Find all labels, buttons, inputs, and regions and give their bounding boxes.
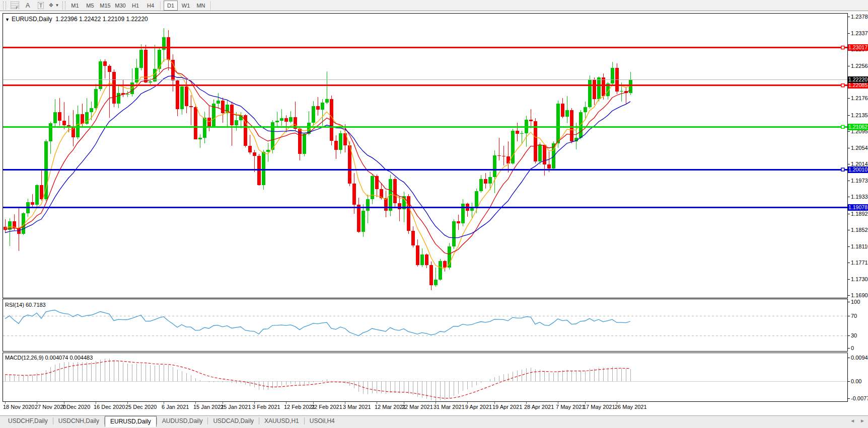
current-price-badge: 1.22220: [848, 76, 868, 83]
date-axis-label: 15 Jan 2021: [193, 404, 224, 410]
hline-price-badge: 1.23017: [848, 44, 868, 51]
price-axis-label: 1.22150: [851, 79, 868, 86]
chart-title-symbol: EURUSD,Daily: [12, 16, 52, 23]
text-a-icon: A: [26, 2, 30, 9]
timeframe-button-d1[interactable]: D1: [164, 1, 178, 11]
date-axis-tick: [64, 402, 64, 404]
date-axis-label: 7 Dec 2020: [62, 404, 90, 410]
timeframe-drag-handle[interactable]: [62, 2, 65, 10]
date-axis-tick: [617, 402, 617, 404]
timeframe-button-h1[interactable]: H1: [128, 1, 142, 11]
timeframe-separator: [160, 1, 161, 10]
price-axis-label: 1.23370: [851, 30, 868, 37]
shapes-tool-button[interactable]: ❖ ▼: [48, 1, 60, 11]
rsi-label-row: RSI(14) 60.7183: [5, 302, 46, 308]
price-axis-label: 1.18110: [851, 243, 868, 250]
rsi-label: RSI(14): [5, 302, 24, 308]
macd-canvas[interactable]: [3, 353, 847, 401]
price-axis-tick: [848, 295, 850, 296]
chart-tab-bar: ◄ ► USDCHF,DailyUSDCNH,DailyEURUSD,Daily…: [0, 415, 868, 428]
date-axis-tick: [5, 402, 6, 404]
timeframe-button-h4[interactable]: H4: [143, 1, 158, 11]
macd-axis-label: 0.00: [851, 378, 861, 385]
date-axis-tick: [494, 402, 495, 404]
rsi-axis-tick: [848, 302, 850, 302]
timeframe-button-w1[interactable]: W1: [179, 1, 193, 11]
timeframe-button-m5[interactable]: M5: [83, 1, 97, 11]
tab-scroll-left-icon[interactable]: ◄: [850, 418, 855, 423]
price-axis-tick: [848, 33, 850, 34]
tab-scroll-controls: ◄ ►: [850, 418, 865, 423]
date-axis-label: 12 Feb 2021: [284, 404, 315, 410]
price-axis-label: 1.20540: [851, 145, 868, 151]
date-axis-label: 19 Apr 2021: [492, 404, 522, 410]
date-axis-tick: [254, 402, 255, 404]
price-axis-tick: [848, 197, 850, 197]
date-axis-tick: [164, 402, 164, 404]
date-axis-tick: [195, 402, 196, 404]
timeframe-button-m15[interactable]: M15: [98, 1, 112, 11]
chart-tab-eurusd[interactable]: EURUSD,Daily: [105, 416, 157, 427]
rsi-axis-tick: [848, 316, 850, 316]
shapes-icon: ❖: [49, 2, 54, 9]
date-axis-tick: [526, 402, 527, 404]
price-axis-label: 1.19730: [851, 178, 868, 184]
date-axis-tick: [286, 402, 286, 404]
hline-price-badge: 1.20010: [848, 166, 868, 173]
price-axis-tick: [848, 82, 850, 83]
price-axis-label: 1.22970: [851, 46, 868, 53]
toolbar-separator: [210, 1, 211, 10]
price-axis-tick: [848, 230, 850, 230]
timeframe-button-mn[interactable]: MN: [194, 1, 208, 11]
date-axis-label: 12 Mar 2021: [375, 404, 406, 410]
price-axis-tick: [848, 17, 850, 17]
price-axis-label: 1.23780: [851, 14, 868, 20]
date-axis-tick: [37, 402, 37, 404]
date-axis-tick: [96, 402, 96, 404]
chart-tab-xauusd[interactable]: XAUUSD,H1: [259, 416, 304, 426]
macd-axis-tick: [848, 398, 850, 399]
text-tool-button[interactable]: A: [22, 1, 34, 11]
template-grid-icon: F: [11, 2, 19, 9]
date-axis-tick: [404, 402, 404, 404]
timeframe-button-m30[interactable]: M30: [113, 1, 127, 11]
price-axis-label: 1.20140: [851, 161, 868, 167]
chart-tab-audusd[interactable]: AUDUSD,Daily: [157, 416, 208, 426]
price-axis-tick: [848, 131, 850, 132]
price-axis-tick: [848, 263, 850, 263]
main-chart-canvas[interactable]: [3, 14, 847, 298]
date-axis-tick: [558, 402, 558, 404]
chart-title: ▼EURUSD,Daily 1.22396 1.22422 1.22109 1.…: [5, 16, 148, 23]
timeframe-button-m1[interactable]: M1: [68, 1, 82, 11]
price-axis-label: 1.22560: [851, 63, 868, 69]
template-button[interactable]: F: [9, 1, 21, 11]
date-axis-tick: [467, 402, 468, 404]
text-label-icon: T: [38, 2, 44, 9]
collapse-triangle-icon[interactable]: ▼: [5, 17, 10, 22]
date-axis-label: 26 May 2021: [615, 404, 647, 410]
chart-tab-usdcad[interactable]: USDCAD,Daily: [208, 416, 259, 426]
price-axis-label: 1.17710: [851, 260, 868, 266]
chart-tab-usdcnh[interactable]: USDCNH,Daily: [53, 416, 104, 426]
rsi-axis-tick: [848, 335, 850, 336]
macd-values: 0.004074 0.004483: [45, 355, 93, 361]
price-axis-label: 1.20950: [851, 128, 868, 135]
chart-title-ohlc: 1.22396 1.22422 1.22109 1.22220: [55, 16, 148, 23]
date-axis-label: 3 Mar 2021: [343, 404, 371, 410]
price-axis-tick: [848, 279, 850, 280]
chart-tab-usoil[interactable]: USOil,H4: [305, 416, 340, 426]
toolbar-drag-handle[interactable]: [3, 2, 6, 10]
macd-panel: [3, 353, 848, 402]
price-axis-tick: [848, 164, 850, 164]
date-axis-tick: [313, 402, 314, 404]
price-axis-tick: [848, 148, 850, 148]
tab-scroll-right-icon[interactable]: ►: [860, 418, 865, 423]
macd-axis-tick: [848, 358, 850, 358]
date-axis-label: 31 Mar 2021: [433, 404, 465, 410]
macd-axis-label: 0.009478: [851, 355, 868, 361]
chart-tab-usdchf[interactable]: USDCHF,Daily: [3, 416, 53, 426]
price-axis-label: 1.21350: [851, 112, 868, 119]
rsi-canvas[interactable]: [3, 299, 847, 351]
label-tool-button[interactable]: T: [35, 1, 47, 11]
date-axis-tick: [377, 402, 377, 404]
